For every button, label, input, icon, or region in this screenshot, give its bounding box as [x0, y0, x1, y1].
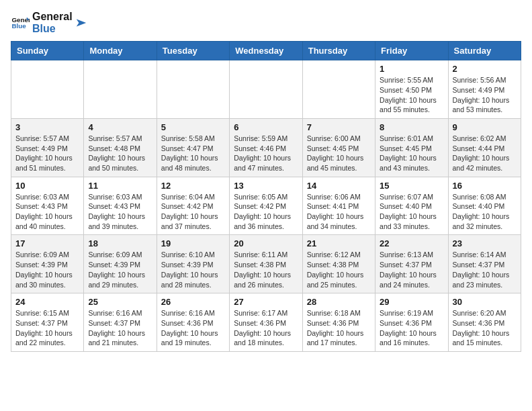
calendar-cell: 9Sunrise: 6:02 AM Sunset: 4:44 PM Daylig… — [448, 118, 521, 177]
weekday-header: Tuesday — [157, 42, 229, 60]
calendar-cell: 17Sunrise: 6:09 AM Sunset: 4:39 PM Dayli… — [11, 235, 84, 293]
logo-blue: Blue — [32, 23, 73, 35]
day-info: Sunrise: 6:11 AM Sunset: 4:38 PM Dayligh… — [234, 250, 298, 289]
calendar-cell: 10Sunrise: 6:03 AM Sunset: 4:43 PM Dayli… — [11, 177, 84, 235]
calendar-cell: 26Sunrise: 6:16 AM Sunset: 4:36 PM Dayli… — [157, 293, 229, 352]
weekday-header: Thursday — [302, 42, 375, 60]
day-number: 1 — [380, 64, 443, 74]
calendar-cell: 2Sunrise: 5:56 AM Sunset: 4:49 PM Daylig… — [448, 60, 521, 119]
day-info: Sunrise: 6:16 AM Sunset: 4:37 PM Dayligh… — [88, 308, 152, 348]
calendar-cell: 27Sunrise: 6:17 AM Sunset: 4:36 PM Dayli… — [230, 293, 302, 352]
calendar-cell: 15Sunrise: 6:07 AM Sunset: 4:40 PM Dayli… — [375, 177, 448, 235]
calendar-cell: 18Sunrise: 6:09 AM Sunset: 4:39 PM Dayli… — [84, 235, 157, 293]
calendar-cell: 29Sunrise: 6:19 AM Sunset: 4:36 PM Dayli… — [375, 293, 448, 352]
calendar-header-row: SundayMondayTuesdayWednesdayThursdayFrid… — [11, 42, 521, 60]
day-info: Sunrise: 6:09 AM Sunset: 4:39 PM Dayligh… — [88, 250, 152, 289]
day-info: Sunrise: 5:55 AM Sunset: 4:50 PM Dayligh… — [380, 75, 443, 115]
calendar-week-row: 10Sunrise: 6:03 AM Sunset: 4:43 PM Dayli… — [11, 177, 521, 235]
day-info: Sunrise: 6:00 AM Sunset: 4:45 PM Dayligh… — [307, 134, 371, 173]
day-number: 14 — [307, 181, 371, 191]
calendar-cell: 16Sunrise: 6:08 AM Sunset: 4:40 PM Dayli… — [448, 177, 521, 235]
svg-text:Blue: Blue — [11, 22, 26, 30]
svg-marker-3 — [76, 19, 85, 26]
calendar-cell: 7Sunrise: 6:00 AM Sunset: 4:45 PM Daylig… — [302, 118, 375, 177]
day-info: Sunrise: 6:06 AM Sunset: 4:41 PM Dayligh… — [307, 192, 371, 232]
day-number: 30 — [453, 297, 517, 307]
day-info: Sunrise: 5:56 AM Sunset: 4:49 PM Dayligh… — [453, 75, 517, 115]
day-number: 25 — [88, 297, 152, 307]
logo-icon: General Blue — [11, 13, 30, 32]
calendar-cell — [230, 60, 302, 119]
calendar-cell: 30Sunrise: 6:20 AM Sunset: 4:36 PM Dayli… — [448, 293, 521, 352]
day-number: 7 — [307, 122, 371, 132]
calendar-cell — [11, 60, 84, 119]
calendar-cell: 12Sunrise: 6:04 AM Sunset: 4:42 PM Dayli… — [157, 177, 229, 235]
calendar-cell: 24Sunrise: 6:15 AM Sunset: 4:37 PM Dayli… — [11, 293, 84, 352]
calendar-cell: 20Sunrise: 6:11 AM Sunset: 4:38 PM Dayli… — [230, 235, 302, 293]
day-info: Sunrise: 6:03 AM Sunset: 4:43 PM Dayligh… — [15, 192, 79, 232]
calendar-cell — [302, 60, 375, 119]
calendar-table: SundayMondayTuesdayWednesdayThursdayFrid… — [11, 41, 521, 352]
day-info: Sunrise: 6:10 AM Sunset: 4:39 PM Dayligh… — [161, 250, 225, 289]
weekday-header: Monday — [84, 42, 157, 60]
day-number: 27 — [234, 297, 298, 307]
day-number: 29 — [380, 297, 443, 307]
day-number: 8 — [380, 122, 443, 132]
day-info: Sunrise: 6:07 AM Sunset: 4:40 PM Dayligh… — [380, 192, 443, 232]
day-number: 18 — [88, 238, 152, 248]
calendar-cell: 4Sunrise: 5:57 AM Sunset: 4:48 PM Daylig… — [84, 118, 157, 177]
calendar-cell — [157, 60, 229, 119]
calendar-cell: 28Sunrise: 6:18 AM Sunset: 4:36 PM Dayli… — [302, 293, 375, 352]
day-info: Sunrise: 5:57 AM Sunset: 4:48 PM Dayligh… — [88, 134, 152, 173]
calendar-cell: 14Sunrise: 6:06 AM Sunset: 4:41 PM Dayli… — [302, 177, 375, 235]
day-number: 6 — [234, 122, 298, 132]
day-info: Sunrise: 5:58 AM Sunset: 4:47 PM Dayligh… — [161, 134, 225, 173]
day-info: Sunrise: 6:04 AM Sunset: 4:42 PM Dayligh… — [161, 192, 225, 232]
day-info: Sunrise: 6:02 AM Sunset: 4:44 PM Dayligh… — [453, 134, 517, 173]
calendar-cell: 13Sunrise: 6:05 AM Sunset: 4:42 PM Dayli… — [230, 177, 302, 235]
day-number: 26 — [161, 297, 225, 307]
day-info: Sunrise: 6:19 AM Sunset: 4:36 PM Dayligh… — [380, 308, 443, 348]
calendar-cell: 25Sunrise: 6:16 AM Sunset: 4:37 PM Dayli… — [84, 293, 157, 352]
calendar-cell: 5Sunrise: 5:58 AM Sunset: 4:47 PM Daylig… — [157, 118, 229, 177]
day-info: Sunrise: 6:17 AM Sunset: 4:36 PM Dayligh… — [234, 308, 298, 348]
day-number: 5 — [161, 122, 225, 132]
day-number: 16 — [453, 181, 517, 191]
day-number: 22 — [380, 238, 443, 248]
day-info: Sunrise: 6:12 AM Sunset: 4:38 PM Dayligh… — [307, 250, 371, 289]
day-number: 4 — [88, 122, 152, 132]
day-info: Sunrise: 6:09 AM Sunset: 4:39 PM Dayligh… — [15, 250, 79, 289]
calendar-cell: 3Sunrise: 5:57 AM Sunset: 4:49 PM Daylig… — [11, 118, 84, 177]
day-info: Sunrise: 5:57 AM Sunset: 4:49 PM Dayligh… — [15, 134, 79, 173]
day-info: Sunrise: 6:03 AM Sunset: 4:43 PM Dayligh… — [88, 192, 152, 232]
day-info: Sunrise: 6:15 AM Sunset: 4:37 PM Dayligh… — [15, 308, 79, 348]
calendar-cell — [84, 60, 157, 119]
day-number: 17 — [15, 238, 79, 248]
day-number: 10 — [15, 181, 79, 191]
day-info: Sunrise: 6:20 AM Sunset: 4:36 PM Dayligh… — [453, 308, 517, 348]
calendar-week-row: 17Sunrise: 6:09 AM Sunset: 4:39 PM Dayli… — [11, 235, 521, 293]
day-number: 13 — [234, 181, 298, 191]
calendar-cell: 22Sunrise: 6:13 AM Sunset: 4:37 PM Dayli… — [375, 235, 448, 293]
day-number: 3 — [15, 122, 79, 132]
calendar-week-row: 24Sunrise: 6:15 AM Sunset: 4:37 PM Dayli… — [11, 293, 521, 352]
day-number: 9 — [453, 122, 517, 132]
calendar-cell: 19Sunrise: 6:10 AM Sunset: 4:39 PM Dayli… — [157, 235, 229, 293]
day-info: Sunrise: 6:13 AM Sunset: 4:37 PM Dayligh… — [380, 250, 443, 289]
logo-arrow-icon — [75, 17, 87, 29]
calendar-cell: 1Sunrise: 5:55 AM Sunset: 4:50 PM Daylig… — [375, 60, 448, 119]
day-number: 20 — [234, 238, 298, 248]
day-info: Sunrise: 6:16 AM Sunset: 4:36 PM Dayligh… — [161, 308, 225, 348]
calendar-cell: 21Sunrise: 6:12 AM Sunset: 4:38 PM Dayli… — [302, 235, 375, 293]
calendar-week-row: 1Sunrise: 5:55 AM Sunset: 4:50 PM Daylig… — [11, 60, 521, 119]
weekday-header: Saturday — [448, 42, 521, 60]
day-info: Sunrise: 6:05 AM Sunset: 4:42 PM Dayligh… — [234, 192, 298, 232]
logo: General Blue General Blue — [11, 11, 87, 34]
day-number: 12 — [161, 181, 225, 191]
day-number: 11 — [88, 181, 152, 191]
calendar-week-row: 3Sunrise: 5:57 AM Sunset: 4:49 PM Daylig… — [11, 118, 521, 177]
day-info: Sunrise: 6:01 AM Sunset: 4:45 PM Dayligh… — [380, 134, 443, 173]
day-number: 23 — [453, 238, 517, 248]
calendar-cell: 8Sunrise: 6:01 AM Sunset: 4:45 PM Daylig… — [375, 118, 448, 177]
day-info: Sunrise: 6:08 AM Sunset: 4:40 PM Dayligh… — [453, 192, 517, 232]
